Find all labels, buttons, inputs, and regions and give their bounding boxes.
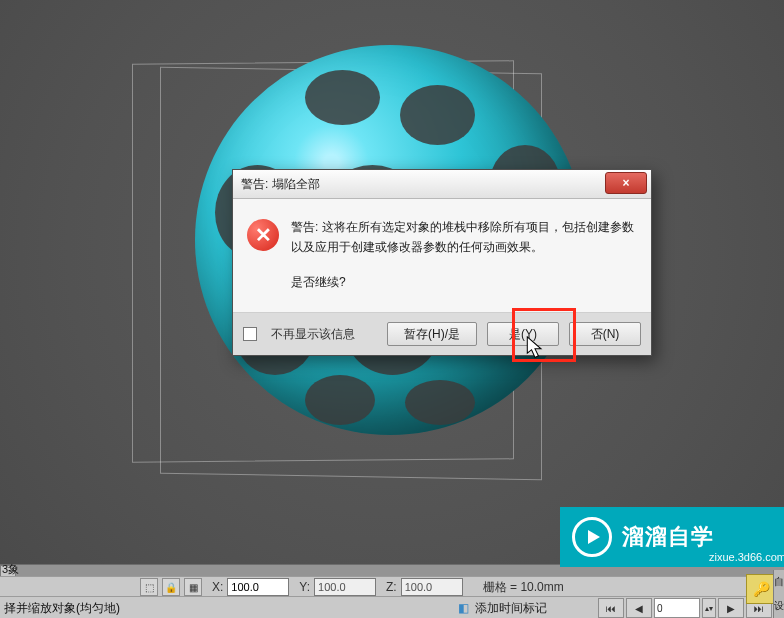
set-key-button[interactable]: 🔑 <box>746 574 776 604</box>
error-icon: ✕ <box>247 219 279 251</box>
dialog-titlebar[interactable]: 警告: 塌陷全部 × <box>233 170 651 199</box>
dialog-body: ✕ 警告: 这将在所有选定对象的堆栈中移除所有项目，包括创建参数以及应用于创建或… <box>233 199 651 313</box>
no-button[interactable]: 否(N) <box>569 322 641 346</box>
brand-url: zixue.3d66.com <box>709 551 784 563</box>
x-label: X: <box>212 580 223 594</box>
hold-yes-button[interactable]: 暂存(H)/是 <box>387 322 477 346</box>
brand-title: 溜溜自学 <box>622 522 714 552</box>
yes-label: 是(Y) <box>509 326 537 343</box>
right-panel-stub: 自 设 <box>773 570 784 618</box>
selection-lock-icon[interactable]: ⬚ <box>140 578 158 596</box>
z-input[interactable] <box>401 578 463 596</box>
transform-type-icon[interactable]: ▦ <box>184 578 202 596</box>
close-button[interactable]: × <box>605 172 647 194</box>
warning-dialog: 警告: 塌陷全部 × ✕ 警告: 这将在所有选定对象的堆栈中移除所有项目，包括创… <box>232 169 652 356</box>
dialog-footer: 不再显示该信息 暂存(H)/是 是(Y) 否(N) <box>233 313 651 355</box>
next-frame-button[interactable]: ▶ <box>718 598 744 618</box>
no-label: 否(N) <box>591 326 620 343</box>
timeline-prefix: 3象 <box>2 562 19 577</box>
goto-start-button[interactable]: ⏮ <box>598 598 624 618</box>
dont-show-checkbox[interactable] <box>243 327 257 341</box>
dont-show-label: 不再显示该信息 <box>271 326 355 343</box>
right-stub-1: 自 <box>774 575 784 589</box>
grid-label: 栅格 = 10.0mm <box>483 579 564 596</box>
add-time-tag[interactable]: 添加时间标记 <box>475 600 547 617</box>
frame-spinner-handle[interactable]: ▴▾ <box>702 598 716 618</box>
z-label: Z: <box>386 580 397 594</box>
frame-value: 0 <box>657 603 663 614</box>
lock-icon[interactable]: 🔒 <box>162 578 180 596</box>
prev-frame-button[interactable]: ◀ <box>626 598 652 618</box>
status-hint: 择并缩放对象(均匀地) <box>4 600 120 617</box>
cube-icon[interactable]: ◧ <box>455 600 471 616</box>
yes-button[interactable]: 是(Y) <box>487 322 559 346</box>
hold-yes-label: 暂存(H)/是 <box>404 326 460 343</box>
frame-spinner[interactable]: 0 <box>654 598 700 618</box>
warning-confirm: 是否继续? <box>291 272 637 292</box>
brand-overlay: 溜溜自学 zixue.3d66.com <box>560 507 784 567</box>
coord-bar: ⬚ 🔒 ▦ X: Y: Z: 栅格 = 10.0mm <box>0 576 784 597</box>
y-input[interactable] <box>314 578 376 596</box>
right-stub-2: 设 <box>774 599 784 613</box>
play-icon <box>572 517 612 557</box>
x-input[interactable] <box>227 578 289 596</box>
dialog-title: 警告: 塌陷全部 <box>241 176 320 193</box>
status-bar: 择并缩放对象(均匀地) ◧ 添加时间标记 ⏮ ◀ 0 ▴▾ ▶ ⏭ <box>0 596 784 618</box>
y-label: Y: <box>299 580 310 594</box>
close-icon: × <box>622 176 629 190</box>
warning-message: 警告: 这将在所有选定对象的堆栈中移除所有项目，包括创建参数以及应用于创建或修改… <box>291 217 637 258</box>
